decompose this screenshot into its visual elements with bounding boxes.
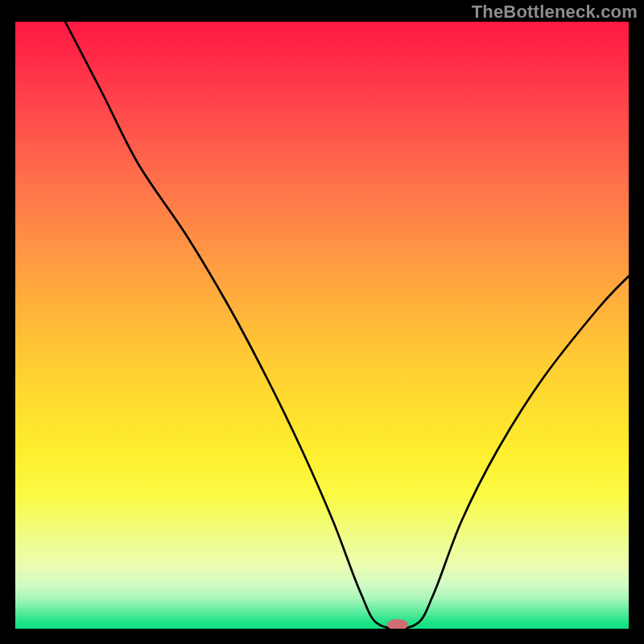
plot-area [15, 22, 629, 629]
watermark-text: TheBottleneck.com [472, 2, 638, 23]
optimal-point-marker [387, 619, 408, 629]
chart-svg [15, 22, 629, 629]
chart-container: TheBottleneck.com [0, 0, 644, 644]
bottleneck-curve [65, 22, 629, 629]
